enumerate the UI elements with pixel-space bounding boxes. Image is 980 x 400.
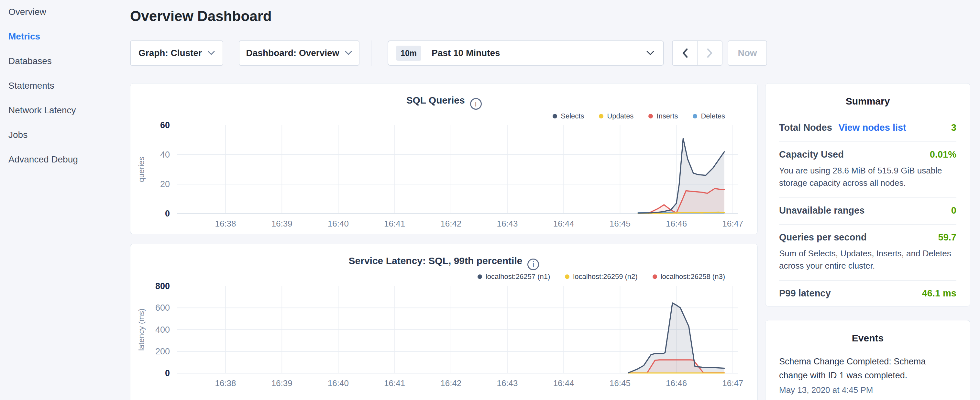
svg-text:16:44: 16:44 [553, 378, 574, 388]
chevron-right-icon [707, 48, 713, 58]
dashboard-dropdown-label: Dashboard: Overview [246, 48, 339, 58]
svg-text:400: 400 [155, 325, 170, 335]
chart-title-text: SQL Queries [406, 95, 465, 105]
sql-queries-chart[interactable]: 16:3816:3916:4016:4116:4216:4316:4416:45… [130, 122, 757, 234]
events-title: Events [765, 333, 970, 344]
sidebar-item-network-latency[interactable]: Network Latency [8, 105, 130, 115]
legend-label: localhost:26258 (n3) [661, 273, 725, 281]
chevron-down-icon [345, 51, 352, 55]
legend-item: Inserts [648, 112, 678, 120]
legend-dot-icon [553, 114, 557, 118]
summary-row-header: Total NodesView nodes list3 [779, 122, 956, 133]
svg-text:20: 20 [160, 179, 170, 189]
summary-label: P99 latency [779, 288, 831, 299]
svg-text:queries: queries [137, 157, 146, 182]
dashboard-dropdown[interactable]: Dashboard: Overview [239, 40, 360, 66]
svg-text:16:41: 16:41 [384, 378, 405, 388]
chart-title: SQL Queriesi [130, 94, 757, 110]
svg-text:16:42: 16:42 [440, 378, 461, 388]
svg-text:16:46: 16:46 [666, 378, 687, 388]
next-time-button[interactable] [698, 41, 722, 65]
events-body: Schema Change Completed: Schema change w… [765, 344, 970, 395]
svg-text:16:38: 16:38 [215, 219, 236, 228]
sidebar-item-databases[interactable]: Databases [8, 56, 130, 66]
summary-title: Summary [765, 96, 970, 107]
sidebar-nav-list: OverviewMetricsDatabasesStatementsNetwor… [8, 7, 130, 164]
sql-queries-chart-panel: SQL Queriesi SelectsUpdatesInsertsDelete… [130, 83, 758, 234]
graph-dropdown[interactable]: Graph: Cluster [130, 40, 223, 66]
summary-value: 0.01% [930, 149, 956, 160]
summary-label: Queries per second [779, 232, 867, 243]
legend-dot-icon [599, 114, 603, 118]
svg-text:16:45: 16:45 [609, 219, 631, 228]
chart-legend: SelectsUpdatesInsertsDeletes [553, 112, 725, 120]
summary-row-header: Capacity Used0.01% [779, 149, 956, 160]
sidebar-item-overview[interactable]: Overview [8, 7, 130, 17]
svg-text:16:47: 16:47 [722, 219, 743, 228]
legend-item: Deletes [693, 112, 725, 120]
service-latency-chart[interactable]: 16:3816:3916:4016:4116:4216:4316:4416:45… [130, 283, 757, 400]
previous-time-button[interactable] [673, 41, 698, 65]
time-range-selector[interactable]: 10m Past 10 Minutes [388, 40, 664, 66]
sidebar-item-statements[interactable]: Statements [8, 81, 130, 91]
legend-dot-icon [648, 114, 653, 118]
sidebar-item-jobs[interactable]: Jobs [8, 130, 130, 140]
sidebar-item-metrics[interactable]: Metrics [8, 32, 130, 41]
chevron-down-icon [646, 51, 654, 56]
svg-text:16:43: 16:43 [496, 219, 518, 228]
legend-item: Updates [599, 112, 633, 120]
toolbar: Graph: Cluster Dashboard: Overview 10m P… [130, 40, 758, 66]
chart-title-text: Service Latency: SQL, 99th percentile [349, 255, 522, 266]
event-timestamp: May 13, 2020 at 4:45 PM [779, 385, 956, 395]
main-content: Overview Dashboard Graph: Cluster Dashbo… [130, 0, 758, 400]
legend-label: localhost:26257 (n1) [486, 273, 550, 281]
svg-text:latency (ms): latency (ms) [137, 308, 146, 351]
legend-dot-icon [693, 114, 697, 118]
svg-text:16:41: 16:41 [384, 219, 405, 228]
svg-text:16:45: 16:45 [609, 378, 631, 388]
svg-text:0: 0 [165, 209, 170, 218]
svg-text:16:44: 16:44 [553, 219, 574, 228]
summary-row-p99-latency: P99 latency46.1 ms [779, 281, 956, 307]
events-panel: Events Schema Change Completed: Schema c… [765, 320, 970, 400]
summary-row-unavailable-ranges: Unavailable ranges0 [779, 198, 956, 224]
legend-label: Inserts [657, 112, 678, 120]
legend-label: Selects [561, 112, 584, 120]
now-button[interactable]: Now [728, 40, 767, 66]
svg-text:40: 40 [160, 150, 170, 159]
svg-text:16:46: 16:46 [666, 219, 687, 228]
svg-text:200: 200 [155, 347, 170, 356]
legend-item: localhost:26258 (n3) [652, 273, 725, 281]
legend-dot-icon [477, 274, 482, 279]
svg-text:16:47: 16:47 [722, 378, 743, 388]
svg-text:60: 60 [160, 122, 170, 130]
summary-panel: Summary Total NodesView nodes list3Capac… [765, 83, 970, 306]
service-latency-chart-panel: Service Latency: SQL, 99th percentilei l… [130, 244, 758, 400]
summary-row-capacity-used: Capacity Used0.01%You are using 28.6 MiB… [779, 142, 956, 198]
time-pager [672, 40, 722, 66]
chevron-left-icon [682, 48, 688, 58]
summary-description: Sum of Selects, Updates, Inserts, and De… [779, 247, 956, 272]
graph-dropdown-label: Graph: Cluster [138, 48, 202, 58]
svg-text:16:40: 16:40 [328, 219, 349, 228]
summary-body: Total NodesView nodes list3Capacity Used… [765, 107, 970, 307]
sidebar: OverviewMetricsDatabasesStatementsNetwor… [0, 0, 130, 400]
legend-dot-icon [652, 274, 657, 279]
page-title: Overview Dashboard [130, 8, 272, 25]
svg-text:16:43: 16:43 [496, 378, 518, 388]
svg-text:16:39: 16:39 [272, 378, 293, 388]
summary-label: Capacity Used [779, 149, 844, 160]
chart-title: Service Latency: SQL, 99th percentilei [130, 255, 757, 270]
legend-dot-icon [565, 274, 570, 279]
view-nodes-list-link[interactable]: View nodes list [838, 122, 906, 133]
info-icon[interactable]: i [527, 258, 539, 270]
summary-description: You are using 28.6 MiB of 515.9 GiB usab… [779, 164, 956, 189]
legend-item: localhost:26259 (n2) [565, 273, 637, 281]
sidebar-item-advanced-debug[interactable]: Advanced Debug [8, 155, 130, 164]
info-icon[interactable]: i [470, 98, 482, 110]
svg-text:16:40: 16:40 [328, 378, 349, 388]
summary-value: 0 [951, 205, 956, 216]
legend-item: Selects [553, 112, 584, 120]
legend-label: Updates [607, 112, 633, 120]
summary-row-header: Queries per second59.7 [779, 232, 956, 243]
